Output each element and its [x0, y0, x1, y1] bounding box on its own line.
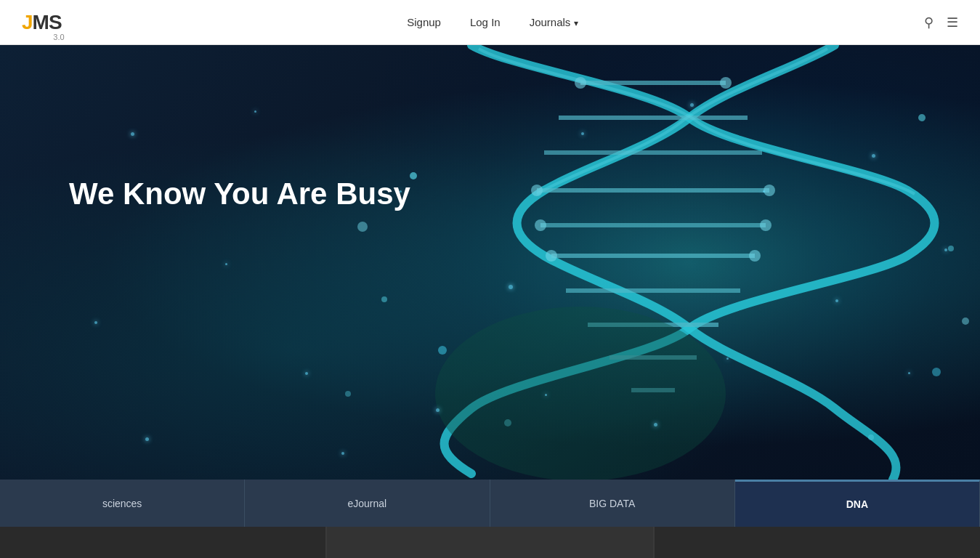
journals-label: Journals: [530, 16, 571, 28]
svg-point-13: [531, 185, 543, 196]
hero-section: We Know You Are Busy: [0, 45, 980, 480]
particle: [726, 357, 729, 360]
particle: [94, 321, 97, 324]
particle: [690, 103, 694, 107]
svg-point-30: [435, 307, 726, 480]
category-item-dna[interactable]: DNA: [735, 480, 980, 527]
logo[interactable]: JMS 3.0: [22, 12, 62, 33]
svg-point-18: [749, 250, 761, 262]
particle: [509, 285, 513, 289]
particle: [225, 263, 227, 265]
svg-point-23: [948, 246, 954, 251]
svg-point-16: [760, 219, 772, 231]
submit-manuscript-card[interactable]: SUBMIT MANUSCRIPT: [0, 527, 327, 558]
particle: [254, 110, 256, 113]
svg-point-19: [410, 172, 417, 179]
svg-point-21: [438, 346, 447, 355]
particle: [305, 372, 308, 375]
dashboard-card[interactable]: Dashboard: [327, 527, 654, 558]
particle: [545, 394, 547, 396]
svg-point-20: [381, 296, 387, 302]
journals-chevron-icon: [574, 16, 578, 28]
hero-content: We Know You Are Busy: [69, 176, 410, 212]
login-link[interactable]: Log In: [470, 16, 501, 28]
category-item-sciences[interactable]: sciences: [0, 480, 245, 527]
svg-point-12: [720, 77, 732, 89]
svg-point-27: [345, 391, 351, 397]
track-article-card[interactable]: TRACK YOUR ARTICLE: [655, 527, 980, 558]
navbar-icons: ⚲ ☰: [924, 15, 958, 31]
svg-point-24: [932, 368, 941, 376]
particle: [908, 372, 910, 374]
svg-point-17: [546, 250, 557, 262]
svg-point-26: [962, 318, 969, 325]
svg-point-29: [868, 434, 874, 440]
particle: [145, 437, 149, 441]
dna-illustration: [326, 45, 980, 480]
category-item-ejournal[interactable]: eJournal: [245, 480, 490, 527]
svg-point-15: [535, 219, 546, 231]
particle: [872, 154, 875, 158]
logo-version: 3.0: [53, 33, 64, 41]
category-bar: scienceseJournalBIG DATADNA: [0, 480, 980, 527]
logo-text: JMS: [22, 11, 62, 33]
action-cards: SUBMIT MANUSCRIPT Dashboard TRACK YOUR A…: [0, 527, 980, 558]
hero-title: We Know You Are Busy: [69, 176, 410, 212]
particle: [654, 423, 657, 426]
particle: [581, 132, 584, 135]
particle: [436, 408, 440, 412]
svg-point-14: [764, 185, 775, 196]
particle: [944, 248, 947, 251]
search-icon[interactable]: ⚲: [924, 15, 934, 31]
categories-container: scienceseJournalBIG DATADNA: [0, 480, 980, 527]
svg-point-25: [357, 222, 368, 232]
navbar: JMS 3.0 Signup Log In Journals ⚲ ☰: [0, 0, 980, 45]
particle: [131, 132, 134, 136]
particle: [835, 299, 838, 302]
menu-icon[interactable]: ☰: [947, 15, 958, 31]
svg-point-22: [918, 114, 926, 121]
particle: [763, 190, 765, 193]
category-item-big-data[interactable]: BIG DATA: [490, 480, 735, 527]
svg-point-11: [575, 77, 586, 89]
journals-dropdown[interactable]: Journals: [530, 16, 579, 28]
particle: [341, 452, 344, 455]
signup-link[interactable]: Signup: [407, 16, 441, 28]
navbar-links: Signup Log In Journals: [407, 16, 578, 28]
